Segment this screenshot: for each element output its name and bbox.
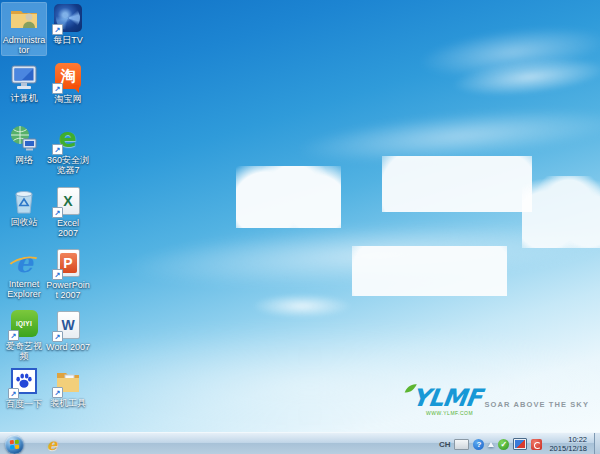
- excel-icon: X ↗: [53, 187, 83, 217]
- logo-wordmark: YLMF: [410, 386, 482, 410]
- screen: Administrator ↗ 每日TV 计算机: [0, 0, 600, 454]
- cloud: [451, 52, 600, 102]
- start-button[interactable]: [4, 434, 24, 454]
- network-icon: [9, 124, 39, 154]
- icon-label: 360安全浏览器7: [46, 155, 90, 175]
- shortcut-arrow-icon: ↗: [52, 207, 63, 218]
- security-check-icon[interactable]: ✓: [498, 439, 509, 450]
- taobao-icon: 淘 ↗: [53, 63, 83, 93]
- cloud: [382, 156, 532, 212]
- desktop-icon-meiri-tv[interactable]: ↗ 每日TV: [46, 3, 90, 45]
- iqiyi-icon: iQIYI ↗: [9, 310, 39, 340]
- windows-orb-icon: [5, 435, 24, 454]
- user-folder-icon: [9, 4, 39, 34]
- desktop-icon-powerpoint[interactable]: P ↗ PowerPoint 2007: [46, 247, 90, 300]
- powerpoint-icon: P ↗: [53, 249, 83, 279]
- clock-date: 2015/12/18: [549, 444, 587, 453]
- clock[interactable]: 10:22 2015/12/18: [546, 435, 590, 453]
- ylmf-logo: YLMF SOAR ABOVE THE SKY WWW.YLMF.COM: [404, 382, 589, 416]
- baidu-paw-icon: ↗: [9, 368, 39, 398]
- shortcut-arrow-icon: ↗: [52, 331, 63, 342]
- icon-label: Internet Explorer: [2, 279, 46, 299]
- desktop-icon-word[interactable]: W ↗ Word 2007: [46, 309, 90, 352]
- keyboard-icon[interactable]: [454, 439, 469, 450]
- tray-red-icon[interactable]: [531, 439, 542, 450]
- system-tray: CH ? ✓ 10:22 2015/12/18: [439, 433, 600, 454]
- help-icon[interactable]: ?: [473, 439, 484, 450]
- desktop-icon-taobao[interactable]: 淘 ↗ 淘宝网: [46, 61, 90, 104]
- computer-icon: [9, 62, 39, 92]
- icon-label: 爱奇艺视频: [2, 341, 46, 361]
- shortcut-arrow-icon: ↗: [52, 387, 63, 398]
- icon-label: 百度一下: [2, 399, 46, 409]
- icon-label: PowerPoint 2007: [46, 280, 90, 300]
- desktop-icon-setup-tools[interactable]: ↗ 装机工具: [46, 366, 90, 408]
- desktop-icon-recycle-bin[interactable]: 回收站: [2, 185, 46, 227]
- ie-taskbar-button[interactable]: e: [40, 433, 64, 454]
- cloud: [522, 176, 600, 248]
- hidden-icons-chevron-icon[interactable]: [488, 442, 494, 447]
- cloud: [352, 246, 507, 296]
- folder-icon: ↗: [53, 367, 83, 397]
- icon-label: 回收站: [2, 217, 46, 227]
- language-indicator[interactable]: CH: [439, 440, 451, 449]
- cloud: [252, 294, 352, 318]
- shortcut-arrow-icon: ↗: [8, 388, 19, 399]
- clock-time: 10:22: [549, 435, 587, 444]
- shortcut-arrow-icon: ↗: [52, 269, 63, 280]
- icon-label: 每日TV: [46, 35, 90, 45]
- cloud: [124, 213, 600, 296]
- show-desktop-button[interactable]: [594, 433, 600, 454]
- ie-e-icon: e: [47, 435, 57, 454]
- 360-browser-icon: e ↗: [53, 124, 83, 154]
- icon-label: Word 2007: [46, 342, 90, 352]
- shortcut-arrow-icon: ↗: [52, 144, 63, 155]
- tray-monitor-icon[interactable]: [513, 438, 527, 450]
- cloud: [236, 166, 341, 228]
- logo-tagline: SOAR ABOVE THE SKY: [484, 400, 589, 409]
- shortcut-arrow-icon: ↗: [8, 330, 19, 341]
- icon-label: Excel 2007: [46, 218, 90, 238]
- desktop-icon-excel[interactable]: X ↗ Excel 2007: [46, 185, 90, 238]
- internet-explorer-icon: e: [9, 248, 39, 278]
- icon-label: 淘宝网: [46, 94, 90, 104]
- icon-label: 网络: [2, 155, 46, 165]
- shortcut-arrow-icon: ↗: [52, 83, 63, 94]
- recycle-bin-icon: [9, 186, 39, 216]
- meiri-tv-icon: ↗: [53, 4, 83, 34]
- cloud: [294, 100, 600, 173]
- taskbar: e CH ? ✓ 10:22 2015/12/18: [0, 432, 600, 454]
- icon-label: 装机工具: [46, 398, 90, 408]
- shortcut-arrow-icon: ↗: [52, 24, 63, 35]
- desktop-wallpaper: Administrator ↗ 每日TV 计算机: [0, 0, 600, 432]
- desktop-icon-360-browser[interactable]: e ↗ 360安全浏览器7: [46, 123, 90, 175]
- desktop-icon-administrator[interactable]: Administrator: [1, 2, 47, 56]
- desktop-icon-computer[interactable]: 计算机: [2, 61, 46, 103]
- desktop-icon-baidu[interactable]: ↗ 百度一下: [2, 366, 46, 409]
- icon-label: 计算机: [2, 93, 46, 103]
- icon-label: Administrator: [2, 35, 46, 55]
- desktop-icon-network[interactable]: 网络: [2, 123, 46, 165]
- desktop-icon-internet-explorer[interactable]: e Internet Explorer: [2, 247, 46, 299]
- cloud: [416, 19, 600, 86]
- desktop-icon-iqiyi[interactable]: iQIYI ↗ 爱奇艺视频: [2, 309, 46, 361]
- word-icon: W ↗: [53, 311, 83, 341]
